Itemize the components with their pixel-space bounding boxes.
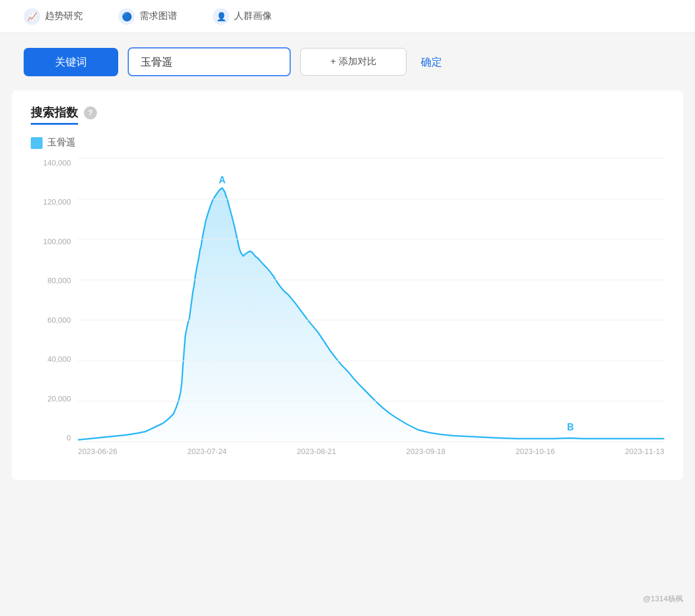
grid-line-6 <box>78 199 664 199</box>
nav-item-trend[interactable]: 📈 趋势研究 <box>24 8 83 25</box>
nav-item-demand[interactable]: 🔵 需求图谱 <box>118 8 177 25</box>
x-label-3: 2023-09-18 <box>406 447 446 456</box>
nav-label-demand: 需求图谱 <box>139 10 177 22</box>
x-label-5: 2023-11-13 <box>625 447 664 456</box>
y-axis: 0 20,000 40,000 60,000 80,000 100,000 12… <box>31 158 78 442</box>
grid-line-4 <box>78 280 664 280</box>
chart-header: 搜索指数 ? <box>31 105 664 121</box>
x-label-4: 2023-10-16 <box>515 447 555 456</box>
grid-line-7 <box>78 158 664 158</box>
search-bar: 关键词 + 添加对比 确定 <box>0 33 695 90</box>
x-axis: 2023-06-26 2023-07-24 2023-08-21 2023-09… <box>78 442 664 466</box>
title-underline <box>31 123 78 125</box>
crowd-icon: 👤 <box>213 8 229 25</box>
chart-area: 0 20,000 40,000 60,000 80,000 100,000 12… <box>31 158 664 466</box>
keyword-button[interactable]: 关键词 <box>24 48 118 76</box>
grid-line-2 <box>78 361 664 361</box>
x-label-2: 2023-08-21 <box>297 447 336 456</box>
confirm-button[interactable]: 确定 <box>416 48 447 76</box>
search-input[interactable] <box>128 47 291 76</box>
legend-label: 玉骨遥 <box>47 137 76 149</box>
y-label-1: 20,000 <box>31 394 78 403</box>
y-label-3: 60,000 <box>31 316 78 325</box>
help-icon[interactable]: ? <box>84 106 97 119</box>
y-label-6: 120,000 <box>31 197 78 206</box>
chart-title: 搜索指数 <box>31 105 78 121</box>
nav-item-crowd[interactable]: 👤 人群画像 <box>213 8 272 25</box>
y-label-5: 100,000 <box>31 237 78 246</box>
add-compare-button[interactable]: + 添加对比 <box>300 48 407 76</box>
nav-label-trend: 趋势研究 <box>45 10 83 22</box>
top-nav: 📈 趋势研究 🔵 需求图谱 👤 人群画像 <box>0 0 695 33</box>
grid-line-5 <box>78 239 664 239</box>
grid-line-3 <box>78 320 664 320</box>
trend-icon: 📈 <box>24 8 40 25</box>
nav-label-crowd: 人群画像 <box>234 10 272 22</box>
grid-line-1 <box>78 401 664 401</box>
x-label-1: 2023-07-24 <box>187 447 227 456</box>
demand-icon: 🔵 <box>118 8 135 25</box>
y-label-2: 40,000 <box>31 355 78 364</box>
y-label-7: 140,000 <box>31 158 78 167</box>
grid-lines <box>78 158 664 442</box>
chart-container: 搜索指数 ? 玉骨遥 0 20,000 40,000 60,000 80,000… <box>12 90 683 480</box>
legend-color-box <box>31 137 43 149</box>
y-label-0: 0 <box>31 433 78 442</box>
chart-plot: A B <box>78 158 664 442</box>
x-label-0: 2023-06-26 <box>78 447 118 456</box>
chart-legend: 玉骨遥 <box>31 137 664 149</box>
y-label-4: 80,000 <box>31 276 78 285</box>
